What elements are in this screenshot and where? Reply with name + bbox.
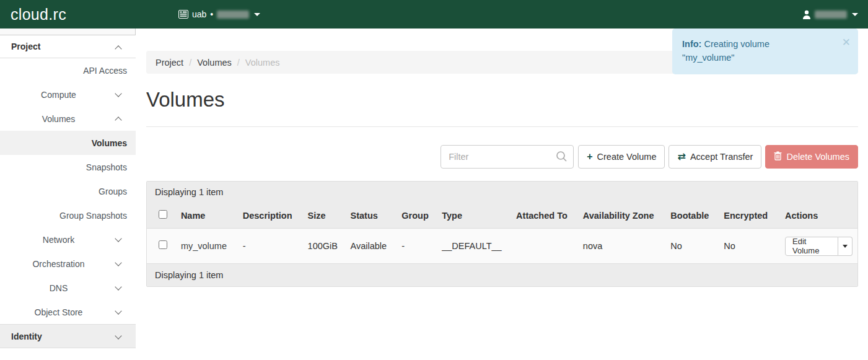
edit-volume-button[interactable]: Edit Volume [785, 237, 838, 256]
caret-down-icon [843, 245, 848, 248]
chevron-down-icon [115, 259, 121, 266]
table-caption-bottom: Displaying 1 item [147, 264, 857, 286]
breadcrumb-project[interactable]: Project [156, 58, 183, 68]
cell-encrypted: No [724, 229, 785, 264]
sidebar-item-groups[interactable]: Groups [0, 179, 136, 203]
chevron-up-icon [115, 116, 121, 123]
title-divider [146, 126, 858, 127]
brand-logo[interactable]: cloud.rc [0, 6, 66, 24]
chevron-down-icon [115, 90, 121, 97]
filter-input[interactable] [441, 145, 574, 169]
col-header-type[interactable]: Type [442, 203, 516, 229]
sidebar-group-network[interactable]: Network [0, 227, 136, 252]
sidebar-item-label: Group Snapshots [59, 211, 127, 221]
accept-transfer-label: Accept Transfer [690, 152, 753, 162]
user-icon [802, 10, 811, 19]
create-volume-button[interactable]: + Create Volume [578, 145, 665, 169]
breadcrumb-current: Volumes [245, 58, 280, 68]
org-label: uab [192, 9, 206, 19]
sidebar-item-volumes[interactable]: Volumes [0, 131, 136, 155]
close-icon[interactable]: ✕ [842, 35, 851, 51]
project-list-icon [178, 10, 188, 19]
table-row: my_volume - 100GiB Available - __DEFAULT… [147, 229, 857, 264]
sidebar-item-label: Volumes [92, 138, 127, 148]
col-header-group[interactable]: Group [401, 203, 442, 229]
col-header-bootable[interactable]: Bootable [670, 203, 724, 229]
sidebar-group-volumes[interactable]: Volumes [0, 107, 136, 131]
top-navbar: cloud.rc uab • [0, 0, 868, 29]
toast-message: Info: Creating volume "my_volume" [682, 37, 792, 65]
redacted-username [815, 11, 847, 19]
select-all-checkbox[interactable] [159, 210, 167, 219]
chevron-down-icon [115, 283, 121, 290]
sidebar-item-label: Snapshots [86, 162, 127, 172]
cell-availability-zone: nova [583, 229, 671, 264]
cell-bootable: No [670, 229, 724, 264]
sidebar-item-label: API Access [83, 66, 127, 76]
sidebar-section-project[interactable]: Project [0, 35, 136, 58]
accept-transfer-button[interactable]: ⇄ Accept Transfer [669, 145, 761, 169]
trash-icon [774, 151, 782, 162]
search-icon [556, 151, 568, 164]
actions-dropdown-toggle[interactable] [838, 237, 853, 256]
exchange-icon: ⇄ [677, 152, 685, 162]
row-actions: Edit Volume [785, 237, 853, 256]
breadcrumb-separator: / [237, 58, 240, 68]
chevron-down-icon [254, 13, 260, 16]
row-checkbox[interactable] [159, 240, 167, 249]
sidebar-group-object-store[interactable]: Object Store [0, 300, 136, 324]
chevron-down-icon [115, 307, 121, 314]
create-volume-label: Create Volume [597, 152, 657, 162]
sidebar-section-label: Project [11, 42, 40, 51]
sidebar-nav: Project API Access Compute Volumes Volum… [0, 29, 136, 360]
table-toolbar: + Create Volume ⇄ Accept Transfer Delete… [146, 145, 858, 169]
col-header-actions: Actions [785, 203, 857, 229]
sidebar-group-label: Volumes [42, 114, 76, 124]
chevron-down-icon [852, 13, 858, 16]
cell-size: 100GiB [308, 229, 351, 264]
delete-volumes-label: Delete Volumes [786, 152, 849, 162]
sidebar-group-dns[interactable]: DNS [0, 276, 136, 300]
sidebar-group-compute[interactable]: Compute [0, 82, 136, 107]
info-toast: Info: Creating volume "my_volume" ✕ [672, 29, 858, 74]
sidebar-group-label: Object Store [35, 307, 83, 317]
chevron-down-icon [115, 332, 121, 339]
col-header-status[interactable]: Status [350, 203, 401, 229]
col-header-description[interactable]: Description [243, 203, 308, 229]
plus-icon: + [587, 152, 592, 162]
user-menu[interactable] [802, 10, 858, 19]
sidebar-top-strip [0, 29, 136, 35]
sidebar-group-label: Orchestration [32, 259, 84, 269]
breadcrumb-volumes[interactable]: Volumes [197, 58, 232, 68]
sidebar-item-group-snapshots[interactable]: Group Snapshots [0, 203, 136, 227]
col-header-availability-zone[interactable]: Availability Zone [583, 203, 671, 229]
filter-field [441, 145, 574, 169]
volumes-table: Displaying 1 item Name Description Size … [146, 181, 858, 287]
cell-description: - [243, 229, 308, 264]
toast-severity: Info: [682, 39, 701, 49]
sidebar-group-label: DNS [50, 283, 68, 293]
sidebar-item-api-access[interactable]: API Access [0, 58, 136, 82]
col-header-encrypted[interactable]: Encrypted [724, 203, 785, 229]
cell-group: - [401, 229, 442, 264]
sidebar-group-orchestration[interactable]: Orchestration [0, 252, 136, 276]
breadcrumb-separator: / [189, 58, 191, 68]
table-caption-top: Displaying 1 item [147, 182, 857, 203]
col-header-size[interactable]: Size [308, 203, 351, 229]
col-header-name[interactable]: Name [181, 203, 243, 229]
context-separator: • [210, 9, 213, 19]
sidebar-section-identity[interactable]: Identity [0, 324, 136, 348]
sidebar-group-label: Compute [41, 90, 76, 100]
volume-name-link[interactable]: my_volume [181, 241, 227, 251]
chevron-down-icon [115, 235, 121, 242]
sidebar-section-label: Identity [11, 331, 42, 341]
project-context-switcher[interactable]: uab • [178, 9, 260, 19]
sidebar-item-snapshots[interactable]: Snapshots [0, 155, 136, 179]
cell-type: __DEFAULT__ [442, 229, 516, 264]
delete-volumes-button[interactable]: Delete Volumes [765, 145, 858, 169]
col-header-attached-to[interactable]: Attached To [516, 203, 583, 229]
sidebar-item-label: Groups [99, 187, 127, 196]
table-header-row: Name Description Size Status Group Type … [147, 203, 857, 229]
redacted-project-name [217, 11, 249, 19]
cell-status: Available [350, 229, 401, 264]
